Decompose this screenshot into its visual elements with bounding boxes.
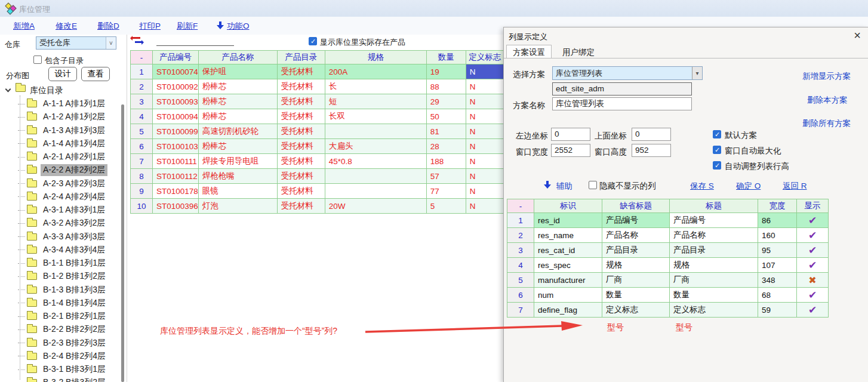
cell-show-check-icon[interactable]: ✔ [797, 228, 829, 243]
cell-product-name[interactable]: 焊接专用导电咀 [198, 154, 277, 169]
toolbar-print-button[interactable]: 打印P [139, 21, 161, 32]
cell-spec[interactable] [325, 124, 426, 139]
tree-item[interactable]: A-1-4 A排1列4层 [18, 137, 108, 150]
cell-product-name[interactable]: 保护咀 [198, 64, 277, 79]
row-number[interactable]: 4 [507, 258, 534, 273]
cell-show-check-icon[interactable]: ✔ [797, 213, 829, 228]
cell-qty[interactable]: 19 [426, 64, 466, 79]
cell-qty[interactable]: 88 [426, 79, 466, 94]
tree-root-label[interactable]: 库位目录 [30, 85, 63, 96]
row-number[interactable]: 7 [131, 154, 153, 169]
cell-title[interactable]: 产品名称 [670, 228, 758, 243]
cell-qty[interactable]: 29 [426, 94, 466, 109]
cell-product-name[interactable]: 粉棒芯 [198, 94, 277, 109]
table-row[interactable]: 7 define_flag 定义标志 定义标志 59 ✔ [507, 303, 829, 318]
row-number[interactable]: 4 [131, 109, 153, 124]
table-row[interactable]: 6 ST0100103 粉棒芯 受托材料 大扁头 28 N [131, 139, 504, 154]
row-number[interactable]: 2 [507, 228, 534, 243]
hide-hidden-columns-checkbox[interactable] [589, 181, 597, 189]
row-number[interactable]: 6 [131, 139, 153, 154]
cell-flag[interactable]: N [466, 124, 504, 139]
cell-product-id[interactable]: ST0100178 [153, 184, 199, 199]
cell-category[interactable]: 受托材料 [277, 169, 325, 184]
window-height-input[interactable]: 952 [632, 144, 671, 157]
delete-all-plans-link[interactable]: 删除所有方案 [802, 118, 851, 129]
tree-item[interactable]: A-3-1 A排3列1层 [18, 204, 108, 217]
table-row[interactable]: 5 ST0100099 高速切割机砂轮 受托材料 81 N [131, 124, 504, 139]
cell-default-title[interactable]: 规格 [602, 258, 670, 273]
cell-width[interactable]: 68 [758, 288, 797, 303]
cell-flag[interactable]: N [466, 169, 504, 184]
cell-default-title[interactable]: 定义标志 [602, 303, 670, 318]
cell-product-id[interactable]: ST0100099 [153, 124, 199, 139]
row-number[interactable]: 1 [131, 64, 153, 79]
cell-width[interactable]: 86 [758, 213, 797, 228]
table-row[interactable]: 1 res_id 产品编号 产品编号 86 ✔ [507, 213, 829, 228]
cell-show-check-icon[interactable]: ✔ [797, 303, 829, 318]
table-row[interactable]: 8 ST0100112 焊枪枪嘴 受托材料 57 N [131, 169, 504, 184]
row-number[interactable]: 1 [507, 213, 534, 228]
cell-qty[interactable]: 81 [426, 124, 466, 139]
tree-item[interactable]: A-2-3 A排2列3层 [18, 177, 108, 190]
cell-title-editing[interactable]: 产品编号 [670, 213, 758, 228]
cell-title[interactable]: 厂商 [670, 273, 758, 288]
add-plan-link[interactable]: 新增显示方案 [802, 71, 851, 82]
plan-select[interactable]: 库位管理列表 ▾ [552, 66, 703, 80]
cell-spec[interactable] [325, 184, 426, 199]
cell-spec[interactable] [325, 169, 426, 184]
tree-scrollbar[interactable] [121, 104, 124, 382]
cell-qty[interactable]: 50 [426, 109, 466, 124]
cell-qty[interactable]: 28 [426, 139, 466, 154]
cell-default-title[interactable]: 厂商 [602, 273, 670, 288]
cell-product-name[interactable]: 焊枪枪嘴 [198, 169, 277, 184]
cell-category[interactable]: 受托材料 [277, 199, 325, 214]
cell-qty[interactable]: 57 [426, 169, 466, 184]
cell-flag[interactable]: N [466, 199, 504, 214]
table-row[interactable]: 7 ST0100111 焊接专用导电咀 受托材料 45*0.8 188 N [131, 154, 504, 169]
tree-expand-caret-icon[interactable] [5, 87, 11, 93]
tab-user-binding[interactable]: 用户绑定 [556, 45, 601, 58]
cell-category[interactable]: 受托材料 [277, 64, 325, 79]
cell-qty[interactable]: 5 [426, 199, 466, 214]
cell-spec[interactable]: 20W [325, 199, 426, 214]
tree-item[interactable]: A-3-4 A排3列4层 [18, 244, 108, 257]
toolbar-function-button[interactable]: 功能O [227, 21, 250, 32]
cell-show-check-icon[interactable]: ✔ [797, 243, 829, 258]
table-row[interactable]: 5 manufacturer 厂商 厂商 348 ✖ [507, 273, 829, 288]
swap-columns-icon[interactable] [133, 36, 144, 45]
auto-row-height-checkbox[interactable] [713, 161, 721, 170]
default-plan-checkbox[interactable] [713, 130, 721, 138]
row-number[interactable]: 3 [507, 243, 534, 258]
cell-product-id[interactable]: ST0100103 [153, 139, 199, 154]
row-number[interactable]: 6 [507, 288, 534, 303]
cell-ident[interactable]: num [534, 288, 602, 303]
cell-product-id[interactable]: ST0100111 [153, 154, 199, 169]
cell-ident[interactable]: res_name [534, 228, 602, 243]
cell-product-name[interactable]: 灯泡 [198, 199, 277, 214]
cell-width[interactable]: 348 [758, 273, 797, 288]
cell-product-name[interactable]: 粉棒芯 [198, 139, 277, 154]
cell-product-id[interactable]: ST0100094 [153, 109, 199, 124]
tree-item[interactable]: A-2-4 A排2列4层 [18, 190, 108, 204]
plan-name-input[interactable]: 库位管理列表 [552, 97, 692, 110]
row-number[interactable]: 10 [131, 199, 153, 214]
cell-title[interactable]: 产品目录 [670, 243, 758, 258]
view-button[interactable]: 查看 [81, 67, 110, 81]
tree-item[interactable]: B-1-4 B排1列4层 [18, 297, 108, 310]
row-number[interactable]: 3 [131, 94, 153, 109]
tree-item[interactable]: A-1-3 A排1列3层 [18, 124, 108, 137]
cell-width[interactable]: 59 [758, 303, 797, 318]
tree-item[interactable]: B-3-1 B排3列1层 [18, 363, 108, 376]
cell-product-id[interactable]: ST0100074 [153, 64, 199, 79]
cell-category[interactable]: 受托材料 [277, 184, 325, 199]
tree-item[interactable]: B-1-1 B排1列1层 [18, 257, 108, 270]
cell-spec[interactable]: 长 [325, 79, 426, 94]
cell-qty[interactable]: 77 [426, 184, 466, 199]
cell-spec[interactable]: 200A [325, 64, 426, 79]
tree-item[interactable]: B-2-2 B排2列2层 [18, 323, 108, 336]
cell-spec[interactable]: 大扁头 [325, 139, 426, 154]
toolbar-modify-button[interactable]: 修改E [56, 21, 77, 32]
cell-product-id[interactable]: ST0100093 [153, 94, 199, 109]
cell-width[interactable]: 95 [758, 243, 797, 258]
table-row[interactable]: 1 ST0100074 保护咀 受托材料 200A 19 N [131, 64, 504, 79]
